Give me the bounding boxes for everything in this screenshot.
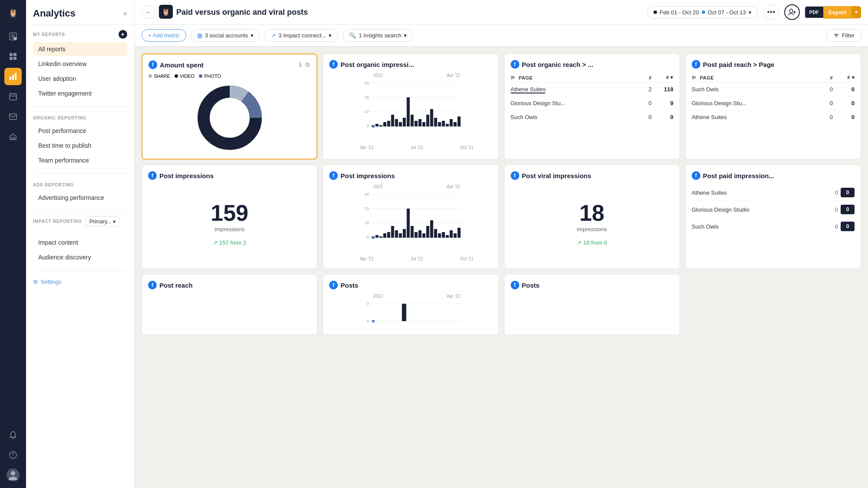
more-options-button[interactable]: •••: [763, 4, 779, 20]
svg-rect-95: [442, 232, 445, 238]
table-row-glorious: Glorious Design Stu... 0 9: [511, 96, 673, 110]
svg-rect-15: [10, 94, 17, 100]
export-button[interactable]: PDF Export ▾: [805, 6, 861, 19]
svg-rect-64: [446, 124, 449, 126]
table-row-athene-2: Athene Suites 0 0: [692, 110, 855, 124]
svg-rect-98: [454, 233, 457, 238]
sidebar-item-user-adoption[interactable]: User adoption: [33, 72, 127, 86]
notifications-nav-icon[interactable]: [4, 426, 22, 444]
legend-dot-share: [149, 74, 152, 78]
svg-rect-99: [458, 228, 461, 238]
sidebar-item-team-performance[interactable]: Team performance: [33, 153, 127, 167]
svg-rect-10: [10, 57, 13, 60]
add-report-button[interactable]: +: [119, 30, 127, 39]
posts-chart-card-1: f Posts 2022 Apr '22 3 0: [323, 274, 498, 335]
dashboard-grid: f Amount spent ℹ ⚙ SHARE VIDEO P: [135, 46, 868, 488]
filter-button[interactable]: Filter: [827, 29, 861, 42]
svg-rect-90: [422, 233, 426, 238]
impact-dropdown[interactable]: Primary... ▾: [86, 216, 119, 227]
help-nav-icon[interactable]: ?: [4, 446, 22, 464]
legend-photo: PHOTO: [199, 73, 221, 79]
topbar: ← 🦉 Paid versus organic and viral posts …: [135, 0, 868, 25]
sidebar-item-advertising[interactable]: Advertising performance: [33, 191, 127, 205]
date-dot-2: [702, 10, 705, 14]
card-header-posts-2: f Posts: [511, 281, 673, 289]
svg-rect-82: [391, 226, 394, 238]
insights-search-button[interactable]: 🔍 1 Insights search ▾: [343, 29, 413, 42]
date-range-button[interactable]: Feb 01 - Oct 20 Oct 07 - Oct 13 ▾: [647, 6, 758, 19]
page-icon-2: 🏳: [692, 75, 697, 80]
sidebar-item-impact-content[interactable]: Impact content: [33, 236, 127, 249]
inbox-nav-icon[interactable]: [4, 108, 22, 125]
svg-rect-79: [380, 236, 383, 238]
info-icon[interactable]: ℹ: [299, 61, 301, 68]
svg-rect-51: [395, 119, 398, 126]
card-title-organic-impressions: Post organic impressi...: [340, 61, 492, 68]
svg-rect-66: [454, 122, 457, 126]
svg-rect-96: [446, 235, 449, 238]
add-user-button[interactable]: [784, 4, 800, 20]
add-metric-button[interactable]: + Add metric: [142, 29, 186, 42]
sidebar-item-best-time[interactable]: Best time to publish: [33, 139, 127, 153]
app-logo[interactable]: 🦉: [4, 4, 22, 22]
campaigns-nav-icon[interactable]: [4, 128, 22, 145]
ads-reporting-section: ADS REPORTING Advertising performance: [26, 177, 134, 207]
chart-x-labels-2: Apr '21 Jul '21 Oct '21: [329, 256, 492, 261]
sidebar-item-all-reports[interactable]: All reports: [33, 42, 127, 56]
impact-connect-button[interactable]: ↗ 3 Impact connect... ▾: [264, 29, 338, 42]
export-chevron-icon[interactable]: ▾: [851, 6, 861, 18]
impact-reporting-row: IMPACT REPORTING Primary... ▾: [26, 215, 134, 230]
svg-text:🦉: 🦉: [162, 8, 170, 16]
export-label: Export: [823, 6, 851, 19]
analytics-nav-icon[interactable]: [4, 68, 22, 85]
facebook-icon-4: f: [692, 60, 700, 69]
dashboard-nav-icon[interactable]: [4, 48, 22, 65]
card-title-post-reach: Post reach: [159, 282, 311, 289]
divider-3: [33, 211, 127, 211]
gear-icon[interactable]: ⚙: [305, 61, 310, 68]
svg-point-36: [211, 99, 249, 137]
svg-rect-52: [399, 122, 402, 126]
post-organic-reach-card: f Post organic reach > ... 🏳 PAGE # # ▾ …: [504, 53, 680, 159]
svg-text:30: 30: [365, 81, 369, 85]
facebook-icon-11: f: [511, 281, 519, 289]
compose-nav-icon[interactable]: ✏: [4, 28, 22, 45]
svg-text:10: 10: [365, 110, 369, 114]
svg-rect-20: [12, 138, 14, 139]
sidebar-collapse-button[interactable]: «: [123, 10, 127, 17]
donut-chart: [149, 83, 310, 153]
svg-rect-88: [415, 232, 418, 238]
social-accounts-button[interactable]: ▦ 3 social accounts ▾: [191, 29, 261, 42]
svg-rect-85: [403, 229, 406, 238]
sidebar-item-audience-discovery[interactable]: Audience discovery: [33, 250, 127, 264]
card-header-impressions-chart: f Post impressions: [329, 171, 492, 180]
card-title-impressions-chart: Post impressions: [340, 172, 492, 179]
sidebar-item-linkedin-overview[interactable]: Linkedin overview: [33, 57, 127, 71]
page-icon: 🏳: [511, 75, 516, 80]
topbar-nav: ← 🦉 Paid versus organic and viral posts: [142, 5, 308, 20]
svg-text:30: 30: [365, 192, 369, 196]
bar-chart-svg-2: 30 20 10 0: [329, 190, 492, 255]
svg-rect-93: [434, 229, 437, 238]
back-button[interactable]: ←: [142, 5, 155, 19]
divider-2: [33, 173, 127, 174]
svg-text:20: 20: [365, 95, 369, 100]
user-avatar-icon[interactable]: [4, 466, 22, 484]
svg-rect-48: [383, 122, 386, 126]
svg-text:10: 10: [365, 221, 369, 225]
paid-row-athene: Athene Suites 0 0: [692, 184, 855, 201]
settings-nav-item[interactable]: ⚙ Settings: [26, 274, 134, 289]
sort-icon[interactable]: ▾: [670, 75, 673, 80]
sort-icon-2[interactable]: ▾: [852, 75, 855, 80]
facebook-icon-2: f: [329, 60, 338, 69]
svg-rect-92: [430, 220, 433, 238]
calendar-nav-icon[interactable]: [4, 88, 22, 105]
sidebar-item-post-performance[interactable]: Post performance: [33, 124, 127, 138]
svg-rect-80: [383, 233, 386, 238]
card-title-paid-impressions: Post paid impression...: [703, 172, 855, 179]
filter-icon: [833, 33, 839, 39]
legend-dot-video: [175, 74, 178, 78]
svg-rect-53: [403, 118, 406, 126]
svg-text:3: 3: [367, 302, 369, 306]
sidebar-item-twitter-engagement[interactable]: Twitter engagement: [33, 86, 127, 100]
